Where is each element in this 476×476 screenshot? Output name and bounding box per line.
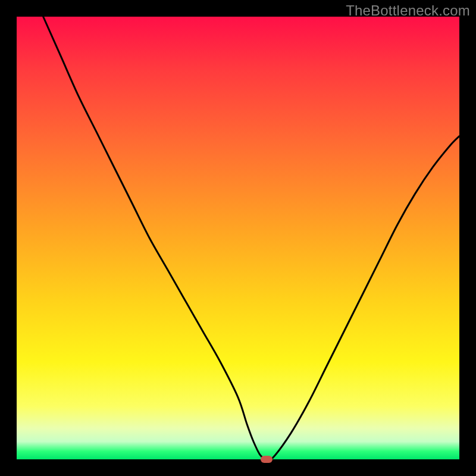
chart-frame: TheBottleneck.com bbox=[0, 0, 476, 476]
watermark-text: TheBottleneck.com bbox=[346, 2, 470, 19]
plot-area bbox=[17, 17, 459, 459]
curve-svg bbox=[17, 17, 459, 459]
optimum-marker bbox=[261, 456, 273, 463]
bottleneck-curve bbox=[43, 17, 459, 460]
